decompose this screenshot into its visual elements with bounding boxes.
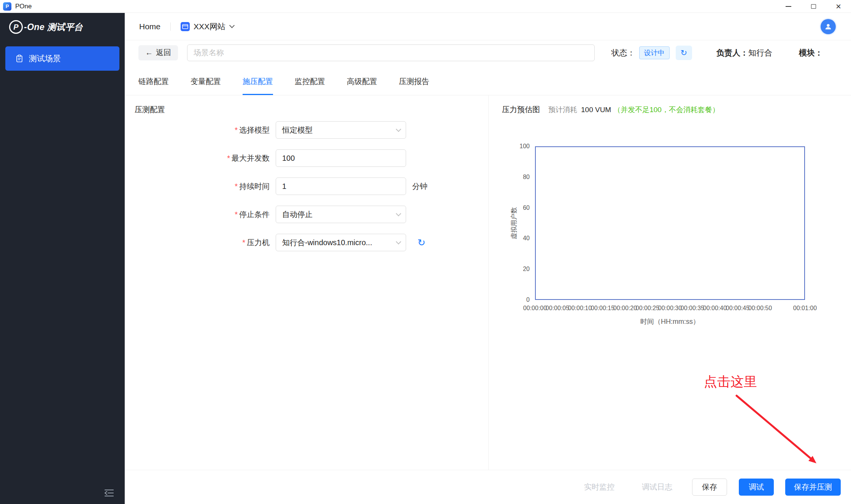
- x-tick: 00:00:10: [568, 305, 592, 312]
- save-and-run-button[interactable]: 保存并压测: [785, 479, 841, 496]
- refresh-icon: ↻: [680, 48, 687, 57]
- tab-pressure-config[interactable]: 施压配置: [243, 65, 273, 95]
- y-tick: 20: [499, 266, 530, 273]
- refresh-machine-button[interactable]: ↻: [418, 237, 426, 248]
- module-label: 模块：: [799, 48, 823, 58]
- back-label: 返回: [156, 48, 171, 58]
- refresh-status-button[interactable]: ↻: [676, 46, 692, 60]
- save-button[interactable]: 保存: [692, 479, 727, 496]
- chevron-down-icon: [396, 211, 401, 216]
- pressure-config-panel: 压测配置 *选择模型 恒定模型 *最大并发数 *持续时间: [125, 95, 489, 470]
- field-label-text: 持续时间: [239, 182, 270, 190]
- duration-input[interactable]: [276, 178, 406, 195]
- form-row-duration: *持续时间 分钟: [125, 178, 488, 195]
- x-tick: 00:00:35: [681, 305, 704, 312]
- pressure-estimate-panel: 压力预估图 预计消耗 100 VUM （并发不足100，不会消耗套餐） 100 …: [489, 95, 851, 470]
- required-asterisk: *: [235, 210, 238, 219]
- app-logo-icon: P: [3, 2, 11, 11]
- debug-button[interactable]: 调试: [739, 479, 774, 496]
- menu-fold-icon: [103, 487, 115, 499]
- red-arrow-annotation: [732, 391, 823, 471]
- pressure-machine-select[interactable]: 知行合-windows10.micro...: [276, 234, 406, 251]
- chevron-down-icon: [396, 239, 401, 244]
- required-asterisk: *: [242, 238, 245, 247]
- site-icon: [181, 22, 190, 31]
- duration-unit-label: 分钟: [412, 181, 427, 192]
- y-tick: 0: [499, 296, 530, 303]
- form-row-max-concurrency: *最大并发数: [125, 149, 488, 167]
- click-here-annotation: 点击这里: [704, 373, 757, 391]
- field-label-text: 最大并发数: [232, 154, 270, 162]
- debug-log-link[interactable]: 调试日志: [642, 482, 672, 492]
- x-tick: 00:00:45: [726, 305, 749, 312]
- realtime-monitor-link[interactable]: 实时监控: [584, 482, 614, 492]
- form-row-model: *选择模型 恒定模型: [125, 121, 488, 139]
- x-tick: 00:01:00: [793, 305, 817, 312]
- back-arrow-icon: ←: [145, 48, 153, 57]
- tab-test-report[interactable]: 压测报告: [399, 65, 429, 95]
- model-select[interactable]: 恒定模型: [276, 121, 406, 139]
- tab-variable-config[interactable]: 变量配置: [191, 65, 221, 95]
- field-label-text: 选择模型: [239, 126, 270, 134]
- field-label: *停止条件: [125, 209, 270, 220]
- tab-link-config[interactable]: 链路配置: [138, 65, 169, 95]
- maximize-button[interactable]: [801, 0, 826, 13]
- x-axis-title: 时间（HH:mm:ss）: [640, 317, 700, 326]
- y-axis-title: 虚拟用户数: [510, 207, 518, 239]
- status-badge: 设计中: [639, 46, 670, 59]
- chart-plot-area: [535, 146, 805, 300]
- window-controls: ×: [776, 0, 851, 13]
- app-header: Home XXX网站: [125, 13, 851, 40]
- refresh-icon: ↻: [418, 237, 426, 248]
- breadcrumb-home[interactable]: Home: [139, 22, 160, 31]
- pressure-machine-value: 知行合-windows10.micro...: [282, 238, 372, 248]
- action-footer: 实时监控 调试日志 保存 调试 保存并压测: [125, 470, 851, 504]
- status-label: 状态：: [611, 48, 635, 58]
- main-area: Home XXX网站 ← 返回 状态： 设计中 ↻: [125, 13, 851, 504]
- stop-condition-value: 自动停止: [282, 209, 313, 220]
- site-selector[interactable]: XXX网站: [181, 21, 234, 32]
- scene-name-input[interactable]: [187, 44, 595, 61]
- breadcrumb-divider: [170, 22, 171, 31]
- x-tick: 00:00:20: [613, 305, 637, 312]
- tab-advanced-config[interactable]: 高级配置: [347, 65, 377, 95]
- scene-toolbar: ← 返回 状态： 设计中 ↻ 负责人：知行合 模块：: [125, 40, 851, 65]
- logo-text: -One 测试平台: [24, 21, 83, 33]
- config-tabs: 链路配置 变量配置 施压配置 监控配置 高级配置 压测报告: [125, 65, 851, 95]
- x-tick: 00:00:05: [546, 305, 569, 312]
- x-tick: 00:00:30: [658, 305, 682, 312]
- field-label: *选择模型: [125, 125, 270, 135]
- close-button[interactable]: ×: [826, 0, 851, 13]
- tab-monitor-config[interactable]: 监控配置: [295, 65, 325, 95]
- app-logo-letter: P: [6, 3, 9, 9]
- x-tick: 00:00:50: [748, 305, 772, 312]
- field-label: *最大并发数: [125, 153, 270, 163]
- section-title: 压测配置: [135, 105, 488, 115]
- app-logo: P -One 测试平台: [0, 13, 125, 41]
- clipboard-icon: [15, 54, 24, 63]
- required-asterisk: *: [235, 182, 238, 190]
- field-label-text: 压力机: [247, 238, 270, 247]
- person-icon: [824, 22, 832, 31]
- logo-circle-icon: P: [9, 20, 23, 34]
- form-row-stop-condition: *停止条件 自动停止: [125, 206, 488, 223]
- max-concurrency-input[interactable]: [276, 149, 406, 167]
- user-avatar[interactable]: [821, 19, 836, 34]
- x-tick: 00:00:40: [703, 305, 727, 312]
- collapse-sidebar-button[interactable]: [103, 487, 115, 500]
- stop-condition-select[interactable]: 自动停止: [276, 206, 406, 223]
- required-asterisk: *: [235, 126, 238, 134]
- sidebar-item-test-scenarios[interactable]: 测试场景: [5, 46, 119, 71]
- field-label: *压力机: [125, 238, 270, 248]
- y-tick: 80: [499, 174, 530, 181]
- minimize-button[interactable]: [776, 0, 801, 13]
- required-asterisk: *: [227, 154, 230, 162]
- owner-value: 知行合: [748, 48, 772, 57]
- sidebar-item-label: 测试场景: [29, 53, 61, 64]
- owner-field: 负责人：知行合: [716, 48, 772, 58]
- owner-label: 负责人：: [716, 48, 748, 57]
- chevron-down-icon: [396, 126, 401, 132]
- chevron-down-icon: [229, 22, 235, 28]
- form-row-pressure-machine: *压力机 知行合-windows10.micro... ↻: [125, 234, 488, 251]
- back-button[interactable]: ← 返回: [138, 45, 178, 60]
